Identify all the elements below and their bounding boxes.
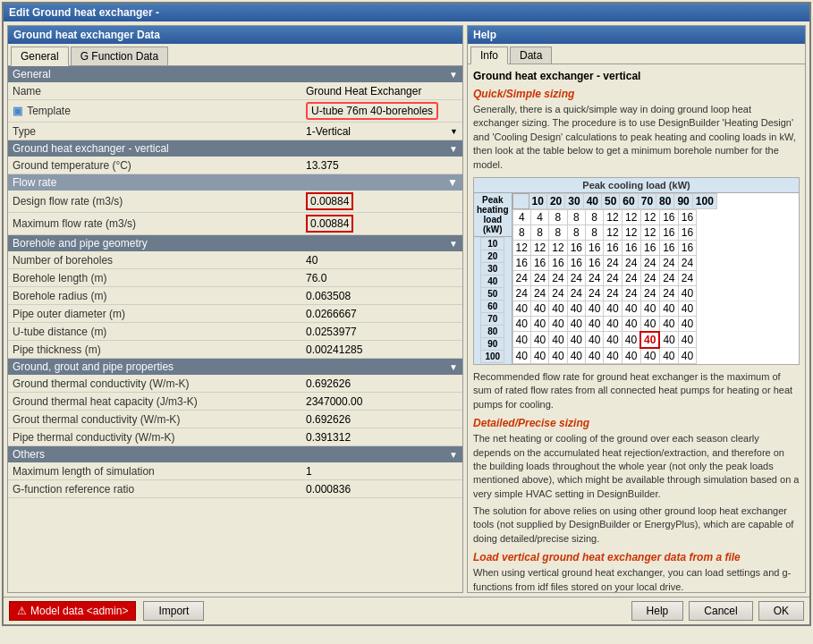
- solution-text: The solution for above relies on using o…: [473, 504, 800, 546]
- field-name: Name Ground Heat Exchanger: [8, 82, 462, 100]
- flow-rate-text: Recommended flow rate for ground heat ex…: [473, 370, 800, 411]
- title-bar: Edit Ground heat exchanger -: [4, 4, 809, 21]
- field-grout-thermal-cond: Grout thermal conductivity (W/m-K) 0.692…: [8, 411, 462, 428]
- warning-icon: ⚠: [17, 605, 27, 617]
- load-text: When using vertical ground heat exchange…: [473, 566, 800, 592]
- row-headers: 102030405060708090100: [480, 237, 504, 363]
- field-template: ▣ Template U-tube 76m 40-boreholes: [8, 100, 462, 123]
- tab-general[interactable]: General: [11, 47, 69, 66]
- help-main-title: Ground heat exchanger - vertical: [473, 70, 800, 82]
- others-arrow: ▼: [449, 450, 458, 460]
- quick-sizing-subtitle: Quick/Simple sizing: [473, 88, 800, 100]
- field-design-flow: Design flow rate (m3/s) 0.00884: [8, 191, 462, 213]
- field-ground-heat-capacity: Ground thermal heat capacity (J/m3-K) 23…: [8, 393, 462, 411]
- tab-info[interactable]: Info: [470, 47, 508, 64]
- field-ground-thermal-cond: Ground thermal conductivity (W/m-K) 0.69…: [8, 375, 462, 393]
- section-others[interactable]: Others ▼: [8, 446, 462, 462]
- field-pipe-thickness: Pipe thickness (m) 0.00241285: [8, 341, 462, 359]
- peak-heating-header: Peakheatingload(kW): [474, 193, 512, 237]
- section-general-arrow: ▼: [449, 70, 458, 80]
- field-type: Type 1-Vertical ▼: [8, 123, 462, 140]
- window-title: Edit Ground heat exchanger -: [9, 6, 159, 19]
- section-vertical[interactable]: Ground heat exchanger - vertical ▼: [8, 140, 462, 157]
- template-icon: ▣: [13, 105, 22, 117]
- panel-title: Ground heat exchanger Data: [8, 26, 462, 44]
- help-tabs: Info Data: [468, 44, 805, 64]
- section-flow-rate[interactable]: Flow rate ▼: [8, 174, 462, 191]
- section-borehole[interactable]: Borehole and pipe geometry ▼: [8, 235, 462, 251]
- tab-data[interactable]: Data: [510, 47, 552, 64]
- section-ground-grout[interactable]: Ground, grout and pipe properties ▼: [8, 359, 462, 375]
- model-data-button[interactable]: ⚠ Model data <admin>: [9, 601, 136, 621]
- table-body: 4488812121216168888812121216161212121616…: [512, 209, 717, 364]
- ok-button[interactable]: OK: [758, 601, 804, 621]
- field-borehole-radius: Borehole radius (m) 0.063508: [8, 287, 462, 305]
- main-window: Edit Ground heat exchanger - Ground heat…: [2, 2, 811, 626]
- col-headers: 102030405060708090100: [512, 193, 717, 209]
- table-title: Peak cooling load (kW): [474, 178, 799, 193]
- left-panel: Ground heat exchanger Data General G Fun…: [7, 25, 463, 593]
- detailed-sizing-text: The net heating or cooling of the ground…: [473, 432, 800, 501]
- detailed-sizing-subtitle: Detailed/Precise sizing: [473, 417, 800, 429]
- section-general[interactable]: General ▼: [8, 66, 462, 82]
- max-flow-value[interactable]: 0.00884: [306, 215, 353, 233]
- field-max-sim-length: Maximum length of simulation 1: [8, 462, 462, 480]
- field-pipe-outer-diameter: Pipe outer diameter (m) 0.0266667: [8, 305, 462, 323]
- field-utube-distance: U-tube distance (m) 0.0253977: [8, 323, 462, 341]
- cancel-button[interactable]: Cancel: [689, 601, 752, 621]
- field-g-function-ratio: G-function reference ratio 0.000836: [8, 480, 462, 498]
- field-borehole-length: Borehole length (m) 76.0: [8, 269, 462, 287]
- flow-rate-arrow: ▼: [447, 176, 458, 189]
- field-max-flow: Maximum flow rate (m3/s) 0.00884: [8, 213, 462, 235]
- load-subtitle: Load vertical ground heat exchanger data…: [473, 551, 800, 564]
- template-value: U-tube 76m 40-boreholes: [306, 102, 438, 120]
- tab-g-function-data[interactable]: G Function Data: [71, 47, 168, 65]
- help-button[interactable]: Help: [631, 601, 684, 621]
- section-vertical-arrow: ▼: [449, 144, 458, 154]
- field-pipe-thermal-cond: Pipe thermal conductivity (W/m-K) 0.3913…: [8, 428, 462, 446]
- help-content: Ground heat exchanger - vertical Quick/S…: [468, 64, 805, 592]
- sizing-table: Peak cooling load (kW) Peakheatingload(k…: [473, 177, 800, 365]
- field-ground-temp: Ground temperature (°C) 13.375: [8, 157, 462, 174]
- borehole-arrow: ▼: [449, 239, 458, 249]
- design-flow-value[interactable]: 0.00884: [306, 192, 353, 210]
- right-panel: Help Info Data Ground heat exchanger - v…: [467, 25, 806, 593]
- import-button[interactable]: Import: [143, 601, 204, 621]
- quick-sizing-text: Generally, there is a quick/simple way i…: [473, 103, 800, 172]
- field-num-boreholes: Number of boreholes 40: [8, 251, 462, 269]
- help-panel-title: Help: [468, 26, 805, 44]
- tabs-bar: General G Function Data: [8, 44, 462, 66]
- type-dropdown-arrow[interactable]: ▼: [450, 127, 458, 136]
- bottom-bar: ⚠ Model data <admin> Import Help Cancel …: [4, 597, 809, 624]
- bottom-buttons: Help Cancel OK: [631, 601, 804, 621]
- ground-grout-arrow: ▼: [449, 362, 458, 372]
